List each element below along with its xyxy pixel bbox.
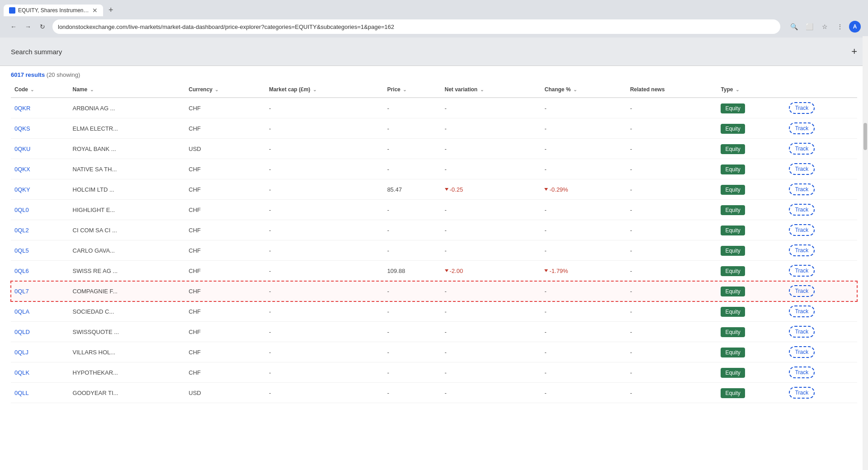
track-button[interactable]: Track (789, 265, 815, 277)
col-header-currency[interactable]: Currency ⌄ (185, 82, 265, 98)
scrollbar-track[interactable] (863, 36, 868, 470)
screenshot-icon[interactable]: ⬜ (803, 20, 816, 33)
cell-name: VILLARS HOL... (69, 342, 185, 362)
col-header-change-pct[interactable]: Change % ⌄ (541, 82, 626, 98)
cell-price: 85.47 (383, 179, 441, 200)
cell-net-variation: - (441, 281, 541, 301)
scrollbar-thumb[interactable] (863, 123, 867, 150)
track-button[interactable]: Track (789, 102, 815, 114)
cell-type: Equity (717, 220, 785, 240)
cell-related-news: - (627, 118, 717, 139)
cell-price: - (383, 342, 441, 362)
tab-close-button[interactable]: ✕ (92, 7, 98, 14)
code-link[interactable]: 0QL0 (14, 207, 29, 213)
menu-icon[interactable]: ⋮ (834, 20, 846, 33)
cell-market-cap: - (265, 240, 383, 261)
cell-currency: CHF (185, 159, 265, 179)
cell-code: 0QLJ (11, 342, 69, 362)
track-button[interactable]: Track (789, 285, 815, 297)
code-link[interactable]: 0QL6 (14, 268, 29, 274)
col-header-market-cap[interactable]: Market cap (£m) ⌄ (265, 82, 383, 98)
code-link[interactable]: 0QKS (14, 125, 30, 132)
page-content: Search summary + 6017 results (20 showin… (0, 38, 868, 470)
cell-currency: CHF (185, 362, 265, 383)
code-link[interactable]: 0QLJ (14, 349, 28, 356)
col-header-code[interactable]: Code ⌄ (11, 82, 69, 98)
code-link[interactable]: 0QKU (14, 146, 30, 152)
cell-market-cap: - (265, 301, 383, 322)
col-label-net-variation: Net variation (445, 86, 478, 93)
code-link[interactable]: 0QLA (14, 308, 29, 315)
track-button[interactable]: Track (789, 326, 815, 338)
col-header-price[interactable]: Price ⌄ (383, 82, 441, 98)
equity-badge: Equity (721, 124, 745, 134)
track-button[interactable]: Track (789, 306, 815, 317)
code-link[interactable]: 0QLL (14, 390, 29, 396)
cell-code: 0QKY (11, 179, 69, 200)
col-label-change-pct: Change % (544, 86, 571, 93)
search-summary-bar: Search summary + (0, 38, 868, 66)
cell-type: Equity (717, 342, 785, 362)
col-header-name[interactable]: Name ⌄ (69, 82, 185, 98)
cell-change-pct: - (541, 200, 626, 220)
bookmark-icon[interactable]: ☆ (818, 20, 831, 33)
cell-price: - (383, 362, 441, 383)
profile-avatar[interactable]: A (849, 21, 861, 33)
code-link[interactable]: 0QL7 (14, 288, 29, 295)
cell-related-news: - (627, 301, 717, 322)
track-button[interactable]: Track (789, 346, 815, 358)
add-button[interactable]: + (851, 46, 857, 57)
cell-name: HIGHLIGHT E... (69, 200, 185, 220)
cell-net-variation: - (441, 200, 541, 220)
cell-price: - (383, 159, 441, 179)
cell-net-variation: - (441, 139, 541, 159)
back-button[interactable]: ← (7, 20, 20, 33)
code-link[interactable]: 0QLK (14, 369, 29, 376)
cell-change-pct: - (541, 383, 626, 403)
table-row: 0QL2CI COM SA CI ...CHF-----EquityTrack (11, 220, 857, 240)
cell-net-variation: - (441, 342, 541, 362)
browser-chrome: EQUITY, Shares Instrument ty... ✕ + ← → … (0, 0, 868, 38)
track-button[interactable]: Track (789, 204, 815, 216)
cell-net-variation: - (441, 240, 541, 261)
cell-track: Track (785, 342, 857, 362)
col-header-type[interactable]: Type ⌄ (717, 82, 785, 98)
cell-related-news: - (627, 220, 717, 240)
active-tab[interactable]: EQUITY, Shares Instrument ty... ✕ (4, 5, 103, 16)
cell-type: Equity (717, 200, 785, 220)
refresh-button[interactable]: ↻ (36, 20, 49, 33)
cell-related-news: - (627, 383, 717, 403)
code-link[interactable]: 0QKX (14, 166, 30, 173)
new-tab-button[interactable]: + (105, 4, 117, 17)
table-body: 0QKRARBONIA AG ...CHF-----EquityTrack0QK… (11, 98, 857, 403)
track-button[interactable]: Track (789, 387, 815, 399)
cell-price: - (383, 139, 441, 159)
track-button[interactable]: Track (789, 122, 815, 134)
track-button[interactable]: Track (789, 224, 815, 236)
track-button[interactable]: Track (789, 143, 815, 155)
browser-icons: 🔍 ⬜ ☆ ⋮ A (788, 20, 861, 33)
code-link[interactable]: 0QKY (14, 186, 30, 193)
forward-button[interactable]: → (22, 20, 34, 33)
address-bar[interactable]: londonstockexchange.com/live-markets/mar… (52, 19, 780, 34)
col-header-net-variation[interactable]: Net variation ⌄ (441, 82, 541, 98)
tab-favicon (9, 7, 15, 14)
code-link[interactable]: 0QL5 (14, 247, 29, 254)
code-link[interactable]: 0QKR (14, 105, 30, 112)
track-button[interactable]: Track (789, 183, 815, 195)
cell-code: 0QL5 (11, 240, 69, 261)
negative-value: -0.25 (445, 186, 538, 193)
code-link[interactable]: 0QLD (14, 329, 30, 335)
track-button[interactable]: Track (789, 244, 815, 256)
google-lens-icon[interactable]: 🔍 (788, 20, 800, 33)
sort-icon-name: ⌄ (90, 87, 94, 92)
table-row: 0QKYHOLCIM LTD ...CHF-85.47-0.25-0.29%-E… (11, 179, 857, 200)
track-button[interactable]: Track (789, 163, 815, 175)
cell-net-variation: - (441, 220, 541, 240)
results-count-link[interactable]: 6017 results (11, 71, 45, 78)
cell-related-news: - (627, 240, 717, 261)
code-link[interactable]: 0QL2 (14, 227, 29, 234)
cell-track: Track (785, 383, 857, 403)
col-label-price: Price (387, 86, 400, 93)
track-button[interactable]: Track (789, 367, 815, 378)
